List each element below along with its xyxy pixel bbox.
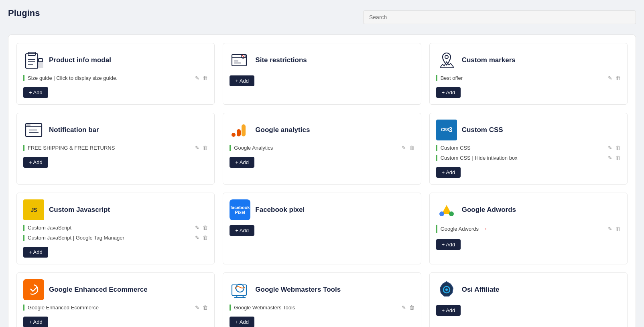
- plugin-entry-google-webmasters-tools-0: Google Webmasters Tools✎🗑: [230, 303, 414, 312]
- plugin-card-custom-markers: Custom markersBest offer✎🗑+ Add: [429, 43, 628, 105]
- plugin-icon-facebook-pixel: facebookPixel: [230, 199, 250, 220]
- plugin-title-site-restrictions: Site restrictions: [255, 56, 307, 64]
- delete-icon-google-analytics-0[interactable]: 🗑: [409, 145, 414, 151]
- delete-icon-google-webmasters-tools-0[interactable]: 🗑: [409, 305, 414, 311]
- plugin-title-product-info-modal: Product info modal: [49, 56, 111, 64]
- entry-actions-notification-bar-0: ✎🗑: [195, 145, 208, 151]
- plugin-title-custom-markers: Custom markers: [462, 56, 516, 64]
- plugin-icon-custom-javascript: JS: [23, 199, 44, 220]
- svg-point-30: [445, 288, 448, 291]
- edit-icon-google-adwords-0[interactable]: ✎: [608, 226, 612, 232]
- delete-icon-custom-javascript-0[interactable]: 🗑: [203, 225, 208, 231]
- plugin-title-google-enhanced-ecommerce: Google Enhanced Ecommerce: [49, 286, 148, 294]
- entry-actions-custom-javascript-0: ✎🗑: [195, 225, 208, 231]
- edit-icon-custom-markers-0[interactable]: ✎: [608, 75, 612, 81]
- add-button-google-analytics[interactable]: + Add: [230, 157, 254, 168]
- delete-icon-custom-css-1[interactable]: 🗑: [616, 155, 621, 161]
- edit-icon-google-webmasters-tools-0[interactable]: ✎: [402, 305, 406, 311]
- add-button-product-info-modal[interactable]: + Add: [23, 87, 48, 98]
- delete-icon-custom-css-0[interactable]: 🗑: [616, 145, 621, 151]
- plugin-entries-google-adwords: Google Adwords←✎🗑: [436, 223, 621, 234]
- plugin-icon-site-restrictions: [230, 50, 250, 71]
- add-button-custom-javascript[interactable]: + Add: [23, 247, 48, 258]
- svg-point-13: [445, 55, 448, 59]
- plugin-icon-google-webmasters-tools: [230, 279, 250, 300]
- custom-js-icon: JS: [23, 199, 44, 220]
- delete-icon-notification-bar-0[interactable]: 🗑: [203, 145, 208, 151]
- svg-rect-0: [26, 54, 38, 68]
- edit-icon-custom-css-1[interactable]: ✎: [608, 155, 612, 161]
- plugin-card-notification-bar: Notification barFREE SHIPPING & FREE RET…: [16, 113, 215, 185]
- plugin-entries-google-analytics: Google Analytics✎🗑: [230, 144, 414, 152]
- entry-label-custom-javascript-1: Custom JavaScript | Google Tag Manager: [23, 235, 195, 241]
- plugin-header-osi-affiliate: Osi Affiliate: [436, 279, 621, 300]
- add-button-google-adwords[interactable]: + Add: [436, 239, 461, 250]
- add-button-notification-bar[interactable]: + Add: [23, 157, 48, 168]
- plugin-entry-custom-javascript-1: Custom JavaScript | Google Tag Manager✎🗑: [23, 234, 208, 242]
- plugin-card-product-info-modal: Product info modalSize guide | Click to …: [16, 43, 215, 105]
- entry-actions-google-adwords-0: ✎🗑: [608, 226, 621, 232]
- add-button-google-webmasters-tools[interactable]: + Add: [230, 317, 254, 327]
- plugin-icon-google-adwords: [436, 199, 457, 220]
- delete-icon-product-info-modal-0[interactable]: 🗑: [203, 75, 208, 81]
- entry-actions-custom-css-1: ✎🗑: [608, 155, 621, 161]
- plugin-header-google-enhanced-ecommerce: Google Enhanced Ecommerce: [23, 279, 208, 300]
- entry-label-custom-javascript-0: Custom JavaScript: [23, 225, 195, 231]
- plugin-header-site-restrictions: Site restrictions: [230, 50, 414, 71]
- plugin-entry-product-info-modal-0: Size guide | Click to display size guide…: [23, 74, 208, 82]
- entry-label-google-adwords-0: Google Adwords←: [436, 225, 608, 233]
- svg-rect-20: [242, 124, 246, 136]
- add-button-custom-markers[interactable]: + Add: [436, 87, 461, 98]
- plugin-entries-custom-javascript: Custom JavaScript✎🗑Custom JavaScript | G…: [23, 223, 208, 242]
- plugin-icon-google-analytics: [230, 120, 250, 140]
- edit-icon-notification-bar-0[interactable]: ✎: [195, 145, 199, 151]
- plugin-card-google-enhanced-ecommerce: Google Enhanced EcommerceGoogle Enhanced…: [16, 272, 215, 327]
- add-button-custom-css[interactable]: + Add: [436, 167, 461, 178]
- delete-icon-google-adwords-0[interactable]: 🗑: [616, 226, 621, 232]
- plugin-icon-custom-css: CSS3: [436, 120, 457, 140]
- edit-icon-custom-css-0[interactable]: ✎: [608, 145, 612, 151]
- delete-icon-custom-markers-0[interactable]: 🗑: [616, 75, 621, 81]
- svg-line-10: [242, 55, 244, 57]
- edit-icon-google-analytics-0[interactable]: ✎: [402, 145, 406, 151]
- edit-icon-google-enhanced-ecommerce-0[interactable]: ✎: [195, 305, 199, 311]
- svg-rect-21: [237, 129, 241, 136]
- edit-icon-product-info-modal-0[interactable]: ✎: [195, 75, 199, 81]
- plugin-title-osi-affiliate: Osi Affiliate: [462, 286, 500, 294]
- add-button-google-enhanced-ecommerce[interactable]: + Add: [23, 317, 48, 327]
- add-button-osi-affiliate[interactable]: + Add: [436, 305, 461, 316]
- plugin-header-facebook-pixel: facebookPixel Facebook pixel: [230, 199, 414, 220]
- delete-icon-custom-javascript-1[interactable]: 🗑: [203, 235, 208, 241]
- delete-icon-google-enhanced-ecommerce-0[interactable]: 🗑: [203, 305, 208, 311]
- entry-actions-google-webmasters-tools-0: ✎🗑: [402, 305, 414, 311]
- plugin-title-google-webmasters-tools: Google Webmasters Tools: [255, 286, 341, 294]
- entry-label-custom-css-0: Custom CSS: [436, 145, 608, 151]
- plugin-entry-custom-css-0: Custom CSS✎🗑: [436, 144, 621, 152]
- svg-rect-19: [26, 124, 30, 126]
- entry-label-custom-css-1: Custom CSS | Hide intivation box: [436, 155, 608, 161]
- entry-label-google-analytics-0: Google Analytics: [230, 145, 401, 151]
- plugin-title-notification-bar: Notification bar: [49, 126, 99, 134]
- plugin-entry-notification-bar-0: FREE SHIPPING & FREE RETURNS✎🗑: [23, 144, 208, 152]
- plugin-title-facebook-pixel: Facebook pixel: [255, 206, 305, 214]
- plugin-header-google-webmasters-tools: Google Webmasters Tools: [230, 279, 414, 300]
- custom-css-icon: CSS3: [436, 120, 457, 140]
- entry-label-custom-markers-0: Best offer: [436, 75, 608, 81]
- search-input[interactable]: [363, 10, 636, 24]
- plugin-header-custom-css: CSS3Custom CSS: [436, 120, 621, 140]
- add-button-facebook-pixel[interactable]: + Add: [230, 225, 254, 236]
- add-button-site-restrictions[interactable]: + Add: [230, 75, 254, 86]
- plugin-icon-product-info-modal: [23, 50, 44, 71]
- plugin-card-custom-javascript: JSCustom JavascriptCustom JavaScript✎🗑Cu…: [16, 193, 215, 264]
- plugin-entries-notification-bar: FREE SHIPPING & FREE RETURNS✎🗑: [23, 144, 208, 152]
- plugin-icon-osi-affiliate: [436, 279, 457, 300]
- edit-icon-custom-javascript-0[interactable]: ✎: [195, 225, 199, 231]
- plugin-entry-custom-markers-0: Best offer✎🗑: [436, 74, 621, 82]
- entry-label-product-info-modal-0: Size guide | Click to display size guide…: [23, 75, 195, 81]
- plugins-grid: Product info modalSize guide | Click to …: [16, 43, 628, 327]
- plugin-title-custom-css: Custom CSS: [462, 126, 503, 134]
- entry-label-google-webmasters-tools-0: Google Webmasters Tools: [230, 305, 401, 311]
- plugin-title-custom-javascript: Custom Javascript: [49, 206, 110, 214]
- plugin-header-product-info-modal: Product info modal: [23, 50, 208, 71]
- edit-icon-custom-javascript-1[interactable]: ✎: [195, 235, 199, 241]
